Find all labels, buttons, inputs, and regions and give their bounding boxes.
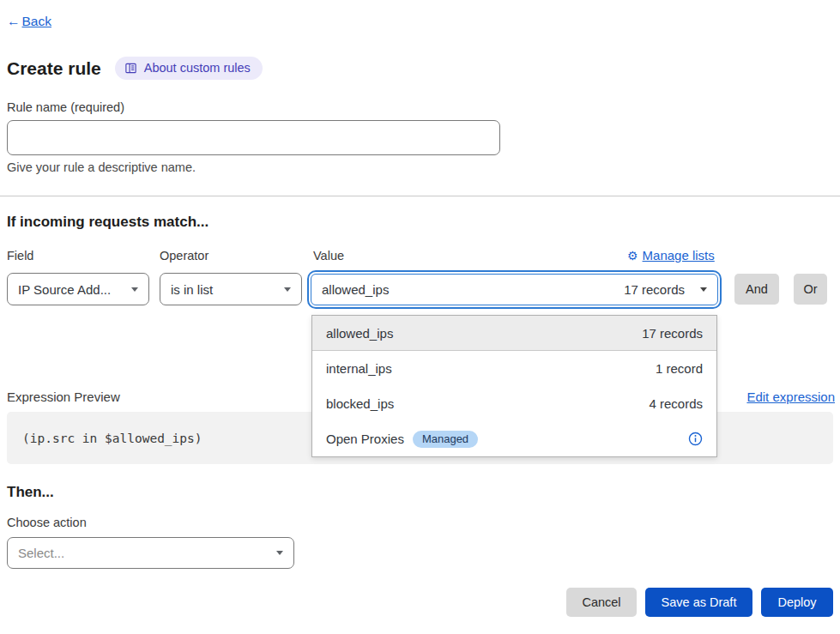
chevron-down-icon — [700, 287, 707, 292]
action-select[interactable]: Select... — [7, 537, 294, 569]
manage-lists-link[interactable]: ⚙ Manage lists — [627, 248, 715, 263]
dropdown-item-blocked-ips[interactable]: blocked_ips 4 records — [312, 386, 716, 421]
about-custom-rules-link[interactable]: About custom rules — [115, 57, 263, 80]
list-records: 4 records — [649, 396, 703, 411]
list-name: blocked_ips — [326, 396, 394, 411]
operator-select[interactable]: is in list — [160, 273, 302, 305]
save-as-draft-button[interactable]: Save as Draft — [645, 588, 752, 617]
deploy-button[interactable]: Deploy — [761, 588, 833, 617]
section-divider — [0, 196, 840, 196]
back-link-label: Back — [22, 14, 51, 29]
chevron-down-icon — [131, 287, 138, 292]
list-name: internal_ips — [326, 361, 392, 376]
expression-code: (ip.src in $allowed_ips) — [22, 432, 202, 445]
value-label: Value — [313, 249, 344, 263]
value-records-count: 17 records — [624, 282, 685, 297]
expression-preview-label: Expression Preview — [7, 389, 120, 404]
operator-label: Operator — [160, 249, 208, 263]
edit-expression-link[interactable]: Edit expression — [746, 389, 835, 404]
list-records: 1 record — [656, 361, 703, 376]
then-section-heading: Then... — [7, 484, 54, 501]
create-rule-page: ← Back Create rule About custom rules Ru… — [0, 0, 840, 634]
list-records: 17 records — [642, 326, 703, 341]
rule-name-label: Rule name (required) — [7, 100, 124, 114]
action-select-placeholder: Select... — [18, 546, 64, 560]
rule-name-helper-text: Give your rule a descriptive name. — [7, 160, 196, 174]
book-icon — [124, 62, 137, 75]
edit-expression-label: Edit expression — [746, 389, 835, 404]
dropdown-item-internal-ips[interactable]: internal_ips 1 record — [312, 351, 716, 386]
field-select[interactable]: IP Source Add... — [7, 273, 149, 305]
info-icon[interactable] — [688, 432, 703, 446]
dropdown-item-allowed-ips[interactable]: allowed_ips 17 records — [312, 316, 716, 351]
managed-badge: Managed — [413, 431, 478, 448]
field-label: Field — [7, 249, 33, 263]
list-name: Open Proxies — [326, 432, 404, 446]
value-combobox[interactable]: allowed_ips 17 records — [311, 274, 718, 305]
gear-icon: ⚙ — [627, 250, 638, 262]
chevron-down-icon — [276, 551, 283, 555]
choose-action-label: Choose action — [7, 516, 87, 529]
cancel-button[interactable]: Cancel — [566, 588, 637, 617]
value-dropdown-menu: allowed_ips 17 records internal_ips 1 re… — [311, 315, 717, 457]
list-name: allowed_ips — [326, 326, 393, 341]
page-title: Create rule — [7, 58, 101, 79]
or-button[interactable]: Or — [794, 274, 827, 305]
about-custom-rules-label: About custom rules — [144, 61, 251, 75]
operator-select-value: is in list — [171, 282, 213, 297]
chevron-down-icon — [284, 287, 291, 292]
page-header: Create rule About custom rules — [7, 57, 263, 80]
value-combobox-value: allowed_ips — [322, 282, 389, 297]
manage-lists-label: Manage lists — [643, 248, 715, 263]
rule-name-input[interactable] — [7, 120, 500, 155]
field-select-value: IP Source Add... — [18, 282, 111, 297]
dropdown-item-open-proxies[interactable]: Open Proxies Managed — [312, 421, 716, 456]
and-button[interactable]: And — [734, 274, 779, 305]
match-section-heading: If incoming requests match... — [7, 214, 208, 231]
back-arrow-icon: ← — [7, 14, 21, 29]
back-link[interactable]: ← Back — [7, 14, 51, 29]
